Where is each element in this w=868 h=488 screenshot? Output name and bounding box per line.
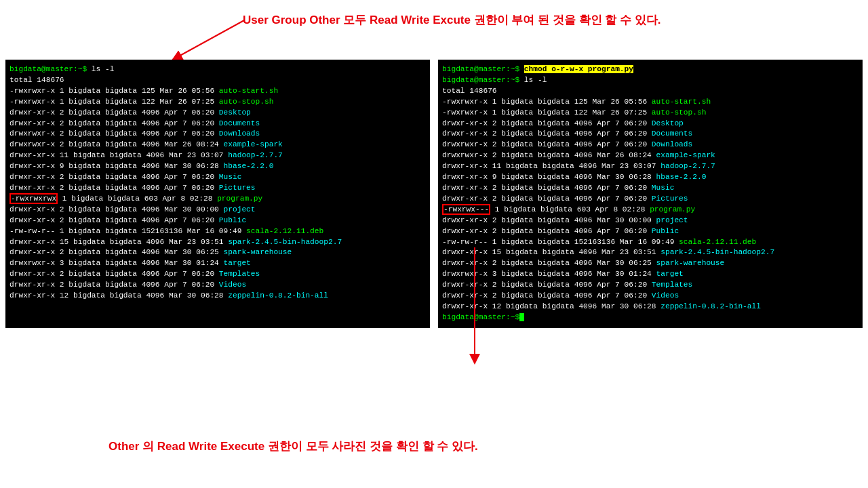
right-file-6: drwxrwxr-x 2 bigdata bigdata 4096 Mar 26… <box>442 150 859 161</box>
left-file-6: drwxrwxr-x 2 bigdata bigdata 4096 Mar 26… <box>9 140 426 150</box>
left-file-3: drwxr-xr-x 2 bigdata bigdata 4096 Apr 7 … <box>9 108 426 119</box>
left-file-15: drwxr-xr-x 2 bigdata bigdata 4096 Mar 30… <box>9 247 426 258</box>
left-file-4: drwxr-xr-x 2 bigdata bigdata 4096 Apr 7 … <box>9 119 426 129</box>
right-file-4: drwxr-xr-x 2 bigdata bigdata 4096 Apr 7 … <box>442 129 859 140</box>
right-file-9: drwxr-xr-x 2 bigdata bigdata 4096 Apr 7 … <box>442 183 859 194</box>
left-file-11: drwxr-xr-x 2 bigdata bigdata 4096 Mar 30… <box>9 205 426 216</box>
right-ls-cmd: bigdata@master:~$ ls -l <box>442 75 859 86</box>
left-prompt: bigdata@master:~$ ls -l <box>9 64 426 75</box>
right-file-program: -rwxrwx--- 1 bigdata bigdata 603 Apr 8 0… <box>442 205 859 216</box>
right-file-1: -rwxrwxr-x 1 bigdata bigdata 125 Mar 26 … <box>442 97 859 108</box>
top-annotation-text: User Group Other 모두 Read Write Excute 권한… <box>243 14 661 26</box>
arrow-bottom <box>461 244 515 373</box>
right-total: total 148676 <box>442 86 859 97</box>
left-total: total 148676 <box>9 75 426 86</box>
right-file-8: drwxr-xr-x 9 bigdata bigdata 4096 Mar 30… <box>442 172 859 183</box>
left-file-8: drwxr-xr-x 9 bigdata bigdata 4096 Mar 30… <box>9 161 426 172</box>
right-file-7: drwxr-xr-x 11 bigdata bigdata 4096 Mar 2… <box>442 161 859 172</box>
left-file-14: drwxr-xr-x 15 bigdata bigdata 4096 Mar 2… <box>9 237 426 248</box>
right-file-10: drwxr-xr-x 2 bigdata bigdata 4096 Apr 7 … <box>442 194 859 205</box>
left-file-1: -rwxrwxr-x 1 bigdata bigdata 125 Mar 26 … <box>9 86 426 97</box>
left-file-17: drwxr-xr-x 2 bigdata bigdata 4096 Apr 7 … <box>9 269 426 280</box>
right-file-12: drwxr-xr-x 2 bigdata bigdata 4096 Apr 7 … <box>442 226 859 237</box>
left-file-10: drwxr-xr-x 2 bigdata bigdata 4096 Apr 7 … <box>9 183 426 194</box>
left-file-9: drwxr-xr-x 2 bigdata bigdata 4096 Apr 7 … <box>9 172 426 183</box>
top-annotation: User Group Other 모두 Read Write Excute 권한… <box>243 12 853 28</box>
left-file-19: drwxr-xr-x 12 bigdata bigdata 4096 Mar 3… <box>9 291 426 302</box>
left-file-13: -rw-rw-r-- 1 bigdata bigdata 152163136 M… <box>9 226 426 237</box>
left-file-18: drwxr-xr-x 2 bigdata bigdata 4096 Apr 7 … <box>9 280 426 291</box>
left-file-5: drwxrwxr-x 2 bigdata bigdata 4096 Apr 7 … <box>9 129 426 140</box>
right-chmod-cmd: bigdata@master:~$ chmod o-r-w-x program.… <box>442 64 859 75</box>
bottom-annotation-text: Other 의 Read Write Execute 권한이 모두 사라진 것을… <box>108 440 478 453</box>
left-file-12: drwxr-xr-x 2 bigdata bigdata 4096 Apr 7 … <box>9 216 426 226</box>
right-file-11: drwxr-xr-x 2 bigdata bigdata 4096 Mar 30… <box>442 216 859 226</box>
right-file-5: drwxrwxr-x 2 bigdata bigdata 4096 Apr 7 … <box>442 140 859 150</box>
left-file-2: -rwxrwxr-x 1 bigdata bigdata 122 Mar 26 … <box>9 97 426 108</box>
terminals-container: bigdata@master:~$ ls -l total 148676 -rw… <box>5 60 863 328</box>
svg-line-0 <box>176 20 244 58</box>
right-file-2: -rwxrwxr-x 1 bigdata bigdata 122 Mar 26 … <box>442 108 859 119</box>
left-terminal: bigdata@master:~$ ls -l total 148676 -rw… <box>5 60 430 328</box>
arrow-top-left <box>163 14 251 64</box>
left-file-7: drwxr-xr-x 11 bigdata bigdata 4096 Mar 2… <box>9 150 426 161</box>
left-file-program: -rwxrwxrwx 1 bigdata bigdata 603 Apr 8 0… <box>9 194 426 205</box>
right-file-3: drwxr-xr-x 2 bigdata bigdata 4096 Apr 7 … <box>442 119 859 129</box>
bottom-annotation: Other 의 Read Write Execute 권한이 모두 사라진 것을… <box>108 439 719 454</box>
left-file-16: drwxrwxr-x 3 bigdata bigdata 4096 Mar 30… <box>9 258 426 269</box>
